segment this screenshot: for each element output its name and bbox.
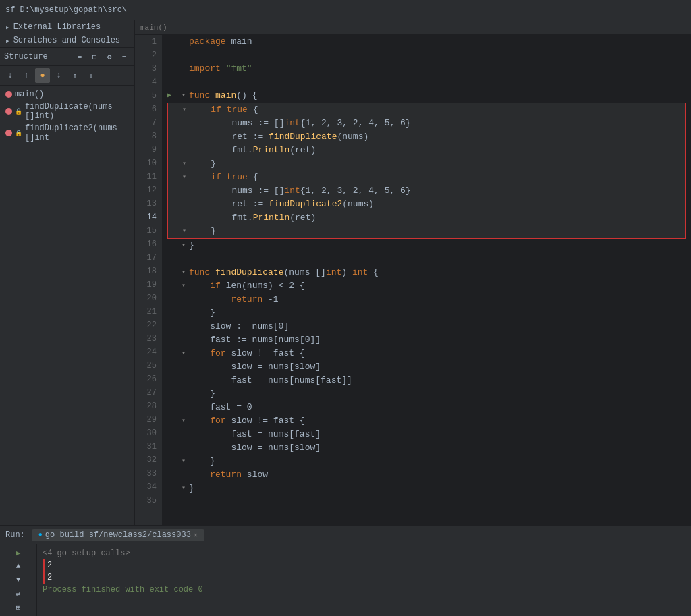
token xyxy=(210,267,215,277)
go-icon: ● xyxy=(38,531,43,538)
run-wrap-btn[interactable]: ⇌ xyxy=(11,588,26,600)
run-tab-close[interactable]: ✕ xyxy=(194,531,198,539)
token: fmt. xyxy=(231,213,252,223)
run-play-btn[interactable]: ▶ xyxy=(11,547,26,559)
main-area: ▸ External Libraries ▸ Scratches and Con… xyxy=(0,20,691,525)
code-tokens-6: if true { xyxy=(190,103,258,117)
fold-23 xyxy=(178,335,189,345)
structure-close-btn[interactable]: − xyxy=(118,51,130,63)
token: findDuplicate xyxy=(215,267,283,277)
fold-34[interactable]: ▾ xyxy=(178,483,189,494)
code-editor[interactable]: package main import "fmt" ▶▾func main() … xyxy=(162,35,691,525)
run-panel-body: ▶ ▲ ▼ ⇌ ⊞ <4 go setup calls> 2 2 Process… xyxy=(0,544,691,616)
token: fast = nums[fast] xyxy=(189,429,321,439)
code-tokens-22: slow := nums[0] xyxy=(189,320,289,333)
sidebar-item-scratches[interactable]: ▸ Scratches and Consoles xyxy=(0,34,134,47)
code-tokens-7: nums := []int{1, 2, 3, 2, 4, 5, 6} xyxy=(190,117,411,130)
token: package xyxy=(189,36,226,47)
code-tokens-35 xyxy=(189,495,194,509)
run-tab-bar: Run: ● go build sf/newclass2/class033 ✕ xyxy=(0,526,691,544)
code-tokens-24: for slow != fast { xyxy=(189,347,305,360)
fold-5[interactable]: ▾ xyxy=(178,90,189,101)
token xyxy=(221,172,227,182)
structure-content: main() 🔒 findDuplicate(nums []int) 🔒 fin… xyxy=(0,86,134,525)
fold-15[interactable]: ▾ xyxy=(179,226,190,237)
token xyxy=(221,63,226,74)
struct-label-main: main() xyxy=(15,90,44,99)
code-tokens-31: slow = nums[slow] xyxy=(189,441,321,455)
fold-25 xyxy=(178,362,189,372)
run-more-btn[interactable]: ⊞ xyxy=(11,601,26,613)
line-number-21: 21 xyxy=(135,305,162,318)
line-number-15: 15 xyxy=(135,224,162,237)
code-tokens-16: } xyxy=(189,239,194,252)
fold-10[interactable]: ▾ xyxy=(179,159,190,169)
token xyxy=(190,172,211,182)
structure-filter-btn[interactable]: ⊟ xyxy=(88,51,101,63)
fold-11[interactable]: ▾ xyxy=(179,172,190,183)
sidebar: ▸ External Libraries ▸ Scratches and Con… xyxy=(0,20,135,525)
code-tokens-30: fast = nums[fast] xyxy=(189,428,321,441)
code-tokens-13: ret := findDuplicate2(nums) xyxy=(190,198,374,211)
struct-expand-btn[interactable]: ↓ xyxy=(3,68,18,83)
gutter-5[interactable]: ▶ xyxy=(167,89,178,103)
run-down-btn[interactable]: ▼ xyxy=(11,573,26,586)
fold-29[interactable]: ▾ xyxy=(178,416,189,426)
token: slow = nums[slow] xyxy=(189,443,321,453)
token: findDuplicate xyxy=(269,132,337,142)
token: for xyxy=(210,348,225,358)
fold-6[interactable]: ▾ xyxy=(179,105,190,115)
token: ) xyxy=(341,267,352,277)
code-tokens-9: fmt.Println(ret) xyxy=(190,144,316,157)
token: (nums) xyxy=(342,199,374,209)
struct-item-findduplicate2[interactable]: 🔒 findDuplicate2(nums []int xyxy=(0,122,134,144)
token: (ret) xyxy=(289,213,316,223)
struct-scroll-btn[interactable]: ↕ xyxy=(51,68,66,83)
fold-3 xyxy=(178,63,189,74)
sidebar-item-external-libraries[interactable]: ▸ External Libraries xyxy=(0,20,134,34)
token: slow != fast { xyxy=(226,348,305,358)
fold-33 xyxy=(178,470,189,480)
struct-item-findduplicate[interactable]: 🔒 findDuplicate(nums []int) xyxy=(0,101,134,122)
line-number-5: 5 xyxy=(135,89,162,103)
fold-32[interactable]: ▾ xyxy=(178,456,189,467)
editor-wrapper[interactable]: 1234567891011121314151617181920212223242… xyxy=(135,35,691,525)
run-tab[interactable]: ● go build sf/newclass2/class033 ✕ xyxy=(32,529,204,541)
struct-down-btn[interactable]: ⇓ xyxy=(84,68,99,83)
token: } xyxy=(189,308,215,318)
code-line-20: return -1 xyxy=(167,293,686,306)
structure-sort-btn[interactable]: ≡ xyxy=(74,51,86,63)
fold-21 xyxy=(178,308,189,318)
line-number-10: 10 xyxy=(135,157,162,170)
fold-16[interactable]: ▾ xyxy=(178,240,189,251)
fold-30 xyxy=(178,429,189,440)
fold-13 xyxy=(179,199,190,210)
token: Println xyxy=(253,213,290,223)
code-line-17 xyxy=(167,252,686,266)
struct-dot-findduplicate2 xyxy=(5,130,12,136)
code-line-14: fmt.Println(ret) xyxy=(167,211,686,225)
code-tokens-11: if true { xyxy=(190,171,258,184)
run-exit-line: Process finished with exit code 0 xyxy=(43,584,686,596)
token: (ret) xyxy=(289,145,316,155)
run-up-btn[interactable]: ▲ xyxy=(11,561,26,573)
line-number-34: 34 xyxy=(135,480,162,494)
fold-18[interactable]: ▾ xyxy=(178,267,189,278)
line-number-33: 33 xyxy=(135,467,162,480)
struct-item-main[interactable]: main() xyxy=(0,88,134,101)
token: } xyxy=(190,159,216,169)
code-line-12: nums := []int{1, 2, 3, 2, 4, 5, 6} xyxy=(167,184,686,198)
code-line-7: nums := []int{1, 2, 3, 2, 4, 5, 6} xyxy=(167,117,686,130)
token: {1, 2, 3, 2, 4, 5, 6} xyxy=(300,186,411,196)
fold-27 xyxy=(178,389,189,399)
structure-settings-btn[interactable]: ⚙ xyxy=(103,51,115,63)
struct-orange-btn[interactable]: ● xyxy=(35,68,50,83)
struct-collapse-btn[interactable]: ↑ xyxy=(19,68,34,83)
fold-17 xyxy=(178,254,189,264)
token: Println xyxy=(253,145,290,155)
fold-24[interactable]: ▾ xyxy=(178,348,189,359)
token: if xyxy=(210,281,221,291)
struct-up-btn[interactable]: ⇑ xyxy=(67,68,82,83)
fold-19[interactable]: ▾ xyxy=(178,281,189,291)
code-line-23: fast := nums[nums[0]] xyxy=(167,333,686,347)
